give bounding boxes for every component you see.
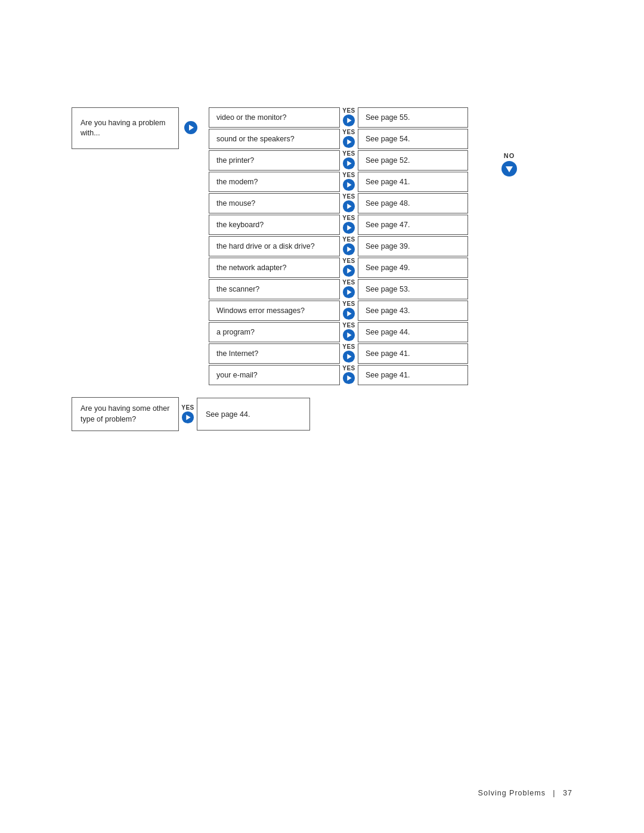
bottom-section: Are you having some other type of proble… (72, 397, 572, 431)
items-list: video or the monitor?YESSee page 55.soun… (209, 107, 468, 386)
yes-label-11: YES (342, 344, 355, 350)
result-box-1: See page 54. (358, 129, 468, 149)
yes-label-9: YES (342, 301, 355, 307)
bottom-yes-arrow: YES (181, 405, 194, 424)
bottom-question-text: Are you having some other type of proble… (80, 404, 170, 425)
item-row: the network adapter?YESSee page 49. (209, 258, 468, 278)
bottom-yes-label: YES (181, 405, 194, 411)
page-footer: Solving Problems | 37 (478, 789, 572, 797)
yes-arrow-icon-12 (342, 371, 355, 385)
yes-arrow-3: YES (342, 172, 355, 191)
item-row: the Internet?YESSee page 41. (209, 343, 468, 364)
result-box-6: See page 39. (358, 236, 468, 256)
footer-label: Solving Problems (478, 789, 546, 797)
item-question-1: sound or the speakers? (209, 129, 340, 149)
yes-arrow-7: YES (342, 258, 355, 277)
bottom-result-text: See page 44. (206, 410, 250, 419)
result-box-9: See page 43. (358, 301, 468, 321)
result-box-5: See page 47. (358, 215, 468, 235)
yes-arrow-8: YES (342, 280, 355, 299)
result-box-4: See page 48. (358, 193, 468, 213)
yes-arrow-1: YES (342, 129, 355, 148)
yes-label-1: YES (342, 129, 355, 135)
item-question-3: the modem? (209, 172, 340, 192)
result-box-8: See page 53. (358, 279, 468, 299)
item-row: the keyboard?YESSee page 47. (209, 215, 468, 235)
yes-arrow-icon-4 (342, 200, 355, 213)
item-question-5: the keyboard? (209, 215, 340, 235)
item-row: video or the monitor?YESSee page 55. (209, 107, 468, 128)
yes-arrow-4: YES (342, 194, 355, 213)
yes-label-7: YES (342, 258, 355, 264)
yes-label-6: YES (342, 237, 355, 243)
result-box-7: See page 49. (358, 258, 468, 278)
yes-arrow-icon-7 (342, 264, 355, 277)
yes-arrow-icon-8 (342, 286, 355, 299)
yes-arrow-icon-5 (342, 221, 355, 234)
item-row: your e-mail?YESSee page 41. (209, 365, 468, 385)
item-row: the modem?YESSee page 41. (209, 172, 468, 192)
no-col: NO (501, 107, 518, 177)
yes-arrow-11: YES (342, 344, 355, 363)
item-question-2: the printer? (209, 150, 340, 171)
yes-arrow-icon-3 (342, 178, 355, 191)
yes-label-10: YES (342, 323, 355, 329)
item-row: Windows error messages?YESSee page 43. (209, 301, 468, 321)
result-box-3: See page 41. (358, 172, 468, 192)
yes-arrow-icon-6 (342, 243, 355, 256)
result-box-10: See page 44. (358, 322, 468, 342)
item-question-4: the mouse? (209, 193, 340, 213)
yes-arrow-2: YES (342, 151, 355, 170)
main-arrow-col (179, 107, 203, 135)
item-question-7: the network adapter? (209, 258, 340, 278)
yes-arrow-12: YES (342, 366, 355, 385)
result-box-12: See page 41. (358, 365, 468, 385)
yes-label-5: YES (342, 215, 355, 221)
yes-arrow-icon-1 (342, 135, 355, 148)
yes-label-4: YES (342, 194, 355, 200)
result-box-11: See page 41. (358, 343, 468, 364)
result-box-0: See page 55. (358, 107, 468, 128)
yes-arrow-9: YES (342, 301, 355, 320)
footer-page: 37 (563, 789, 572, 797)
item-question-11: the Internet? (209, 343, 340, 364)
down-arrow-icon (501, 160, 518, 177)
item-question-12: your e-mail? (209, 365, 340, 385)
yes-arrow-10: YES (342, 323, 355, 342)
yes-label-2: YES (342, 151, 355, 157)
yes-arrow-icon-10 (342, 329, 355, 342)
main-question-text: Are you having a problem with... (80, 118, 170, 139)
yes-arrow-icon-2 (342, 157, 355, 170)
yes-arrow-6: YES (342, 237, 355, 256)
footer-separator: | (553, 789, 555, 797)
yes-arrow-0: YES (342, 108, 355, 127)
bottom-result-box: See page 44. (197, 398, 310, 431)
item-row: sound or the speakers?YESSee page 54. (209, 129, 468, 149)
item-question-0: video or the monitor? (209, 107, 340, 128)
item-row: the hard drive or a disk drive?YESSee pa… (209, 236, 468, 256)
item-question-9: Windows error messages? (209, 301, 340, 321)
main-question-box: Are you having a problem with... (72, 107, 179, 149)
no-label: NO (504, 152, 515, 159)
item-row: the scanner?YESSee page 53. (209, 279, 468, 299)
yes-label-8: YES (342, 280, 355, 286)
item-row: the printer?YESSee page 52. (209, 150, 468, 171)
yes-arrow-icon-11 (342, 350, 355, 363)
yes-label-0: YES (342, 108, 355, 114)
item-row: the mouse?YESSee page 48. (209, 193, 468, 213)
yes-arrow-5: YES (342, 215, 355, 234)
item-question-6: the hard drive or a disk drive? (209, 236, 340, 256)
item-question-8: the scanner? (209, 279, 340, 299)
yes-label-3: YES (342, 172, 355, 178)
item-row: a program?YESSee page 44. (209, 322, 468, 342)
yes-label-12: YES (342, 366, 355, 371)
yes-arrow-icon-9 (342, 307, 355, 320)
right-arrow-icon (184, 120, 198, 135)
yes-arrow-icon-0 (342, 114, 355, 127)
result-box-2: See page 52. (358, 150, 468, 171)
item-question-10: a program? (209, 322, 340, 342)
bottom-right-arrow-icon (181, 411, 194, 424)
bottom-question-box: Are you having some other type of proble… (72, 397, 179, 431)
